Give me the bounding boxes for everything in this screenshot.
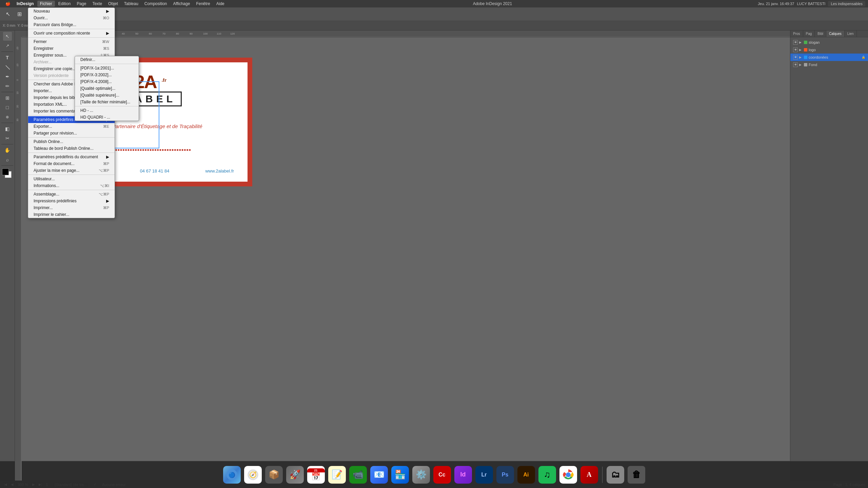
fichier-menu-item[interactable]: Fichier bbox=[37, 1, 55, 7]
menu-informations[interactable]: Informations... ⌥⌘I bbox=[28, 182, 115, 189]
menu-enregistrer-sous[interactable]: Enregistrer sous... ⇧⌘S bbox=[28, 52, 115, 59]
menu-utilisateur[interactable]: Utilisateur... bbox=[28, 176, 115, 182]
menu-enregistrer-copie[interactable]: Enregistrer une copie... ⌥⌘S bbox=[28, 65, 115, 72]
layer-coordonnees[interactable]: 👁 ▶ coordonées 🔒 bbox=[790, 54, 868, 61]
dock-launchpad[interactable]: 🚀 bbox=[285, 465, 304, 484]
toolbar-btn-1[interactable]: ↖ bbox=[3, 9, 13, 19]
tableau-menu-item[interactable]: Tableau bbox=[121, 1, 141, 7]
dock-syspref[interactable]: ⚙️ bbox=[412, 465, 431, 484]
dock-calendar[interactable]: 21 📅 bbox=[307, 465, 326, 484]
dock-facetime[interactable]: 📹 bbox=[349, 465, 368, 484]
layer-coordonnees-visibility[interactable]: 👁 bbox=[793, 55, 798, 60]
menu-assemblage[interactable]: Assemblage... ⌥⌘P bbox=[28, 191, 115, 198]
dock-trash[interactable]: 🗑 bbox=[627, 465, 646, 484]
layer-fond[interactable]: 👁 ▶ Fond bbox=[790, 61, 868, 68]
menu-importer-biblio[interactable]: Importer depuis les bibliothèques CC... bbox=[28, 94, 115, 101]
dock-chrome[interactable] bbox=[559, 465, 578, 484]
search-menu[interactable]: Les indispensables bbox=[828, 1, 865, 6]
affichage-menu-item[interactable]: Affichage bbox=[171, 1, 193, 7]
layer-slogan[interactable]: 👁 ▶ slogan bbox=[790, 39, 868, 46]
aide-menu-item[interactable]: Aide bbox=[214, 1, 227, 7]
edition-menu-item[interactable]: Edition bbox=[56, 1, 74, 7]
toolbar-btn-2[interactable]: ⊞ bbox=[14, 9, 24, 19]
line-tool[interactable]: | bbox=[1, 61, 14, 74]
menu-ouvrir[interactable]: Ouvrir... ⌘O bbox=[28, 15, 115, 21]
objet-menu-item[interactable]: Objet bbox=[105, 1, 121, 7]
layer-logo-visibility[interactable]: 👁 bbox=[793, 47, 798, 52]
menu-enregistrer[interactable]: Enregistrer ⌘S bbox=[28, 45, 115, 52]
dock-migration[interactable]: 📦 bbox=[264, 465, 283, 484]
page-menu-item[interactable]: Page bbox=[74, 1, 89, 7]
menu-chercher-stock[interactable]: Chercher dans Adobe Stock... bbox=[28, 81, 115, 87]
dock-mail[interactable]: 📧 bbox=[370, 465, 389, 484]
menu-exporter[interactable]: Exporter... ⌘E bbox=[28, 123, 115, 130]
app-name-menu[interactable]: InDesign bbox=[14, 1, 37, 7]
layer-slogan-visibility[interactable]: 👁 bbox=[793, 40, 798, 45]
dock-finder2[interactable]: 🗂 bbox=[606, 465, 625, 484]
menu-parametres-pdf[interactable]: Paramètres prédéfinis Adobe PDF ▶ bbox=[28, 116, 115, 123]
composition-menu-item[interactable]: Composition bbox=[142, 1, 170, 7]
dock-indesign[interactable]: Id bbox=[454, 465, 473, 484]
scissors-tool[interactable]: ✂ bbox=[3, 134, 12, 143]
layer-fond-expand[interactable]: ▶ bbox=[799, 63, 803, 66]
menu-ouvrir-shortcut: ⌘O bbox=[103, 16, 110, 20]
select-tool[interactable]: ↖ bbox=[3, 32, 12, 41]
layer-coordonnees-expand[interactable]: ▶ bbox=[799, 56, 803, 59]
svg-text:20: 20 bbox=[16, 105, 19, 108]
dock-illustrator[interactable]: Ai bbox=[517, 465, 536, 484]
gap-tool[interactable]: ⊕ bbox=[3, 113, 12, 121]
menu-impressions[interactable]: Impressions prédéfinies ▶ bbox=[28, 198, 115, 204]
menu-parametres-doc[interactable]: Paramètres prédéfinis du document ▶ bbox=[28, 154, 115, 160]
menu-partager[interactable]: Partager pour révision... bbox=[28, 130, 115, 137]
hand-tool[interactable]: ✋ bbox=[3, 146, 12, 155]
clock: Jeu. 21 janv. 16:49:37 bbox=[758, 2, 794, 6]
apple-menu[interactable]: 🍎 bbox=[3, 1, 13, 7]
menu-importer[interactable]: Importer... ⌘D bbox=[28, 87, 115, 94]
layer-logo[interactable]: 👁 ▶ logo bbox=[790, 46, 868, 54]
zoom-tool[interactable]: ⌕ bbox=[3, 155, 12, 164]
dock-spotify[interactable]: ♫ bbox=[538, 465, 557, 484]
layer-logo-expand[interactable]: ▶ bbox=[799, 48, 803, 52]
menu-tableau-bord[interactable]: Tableau de bord Publish Online... bbox=[28, 145, 115, 152]
pencil-tool[interactable]: ✏ bbox=[3, 82, 12, 90]
texte-menu-item[interactable]: Texte bbox=[90, 1, 105, 7]
menu-importer-pdf[interactable]: Importer les commentaires PDF... bbox=[28, 108, 115, 115]
tab-bibl[interactable]: Bibl bbox=[815, 30, 826, 37]
rect-tool[interactable]: □ bbox=[3, 103, 12, 112]
svg-text:120: 120 bbox=[230, 32, 235, 35]
menu-fermer[interactable]: Fermer ⌘W bbox=[28, 38, 115, 45]
menu-imprimer-cahier[interactable]: Imprimer le cahier... bbox=[28, 211, 115, 218]
tab-calques[interactable]: Calques bbox=[826, 30, 845, 37]
fichier-dropdown[interactable]: Nouveau ▶ Ouvrir... ⌘O Parcourir dans Br… bbox=[28, 7, 115, 218]
dock-finder[interactable]: 🔵 bbox=[222, 465, 241, 484]
direct-select-tool[interactable]: ↗ bbox=[3, 41, 12, 50]
dock-lightroom[interactable]: Lr bbox=[475, 465, 494, 484]
dock-creative-cloud[interactable]: Cc bbox=[433, 465, 452, 484]
menu-ajuster[interactable]: Ajuster la mise en page... ⌥⌘P bbox=[28, 167, 115, 174]
layer-fond-visibility[interactable]: 👁 bbox=[793, 62, 798, 67]
tab-pag[interactable]: Pag bbox=[803, 30, 815, 37]
layer-slogan-name: slogan bbox=[809, 40, 865, 44]
rect-frame-tool[interactable]: ⊞ bbox=[3, 94, 12, 102]
dock-appstore[interactable]: 🏪 bbox=[391, 465, 410, 484]
fg-color-swatch[interactable] bbox=[2, 168, 9, 175]
color-swatches[interactable] bbox=[2, 168, 13, 179]
canvas-area[interactable]: -30 -20 -10 0 10 20 30 40 50 60 70 80 90… bbox=[15, 30, 790, 481]
menu-bridge[interactable]: Parcourir dans Bridge... bbox=[28, 21, 115, 28]
menu-importation-xml[interactable]: Importation XML... bbox=[28, 101, 115, 108]
menu-imprimer[interactable]: Imprimer... ⌘P bbox=[28, 204, 115, 211]
dock-notes[interactable]: 📝 bbox=[328, 465, 347, 484]
menu-recente[interactable]: Ouvrir une composition récente ▶ bbox=[28, 30, 115, 37]
fenetre-menu-item[interactable]: Fenêtre bbox=[193, 1, 213, 7]
tab-lien[interactable]: Lien bbox=[845, 30, 857, 37]
dock-photoshop[interactable]: Ps bbox=[496, 465, 515, 484]
menu-publish-online[interactable]: Publish Online... bbox=[28, 138, 115, 145]
dock-acrobat[interactable]: A bbox=[580, 465, 599, 484]
tab-pros[interactable]: Pros bbox=[790, 30, 803, 37]
menu-nouveau[interactable]: Nouveau ▶ bbox=[28, 8, 115, 15]
dock-safari[interactable]: 🧭 bbox=[243, 465, 262, 484]
layer-slogan-expand[interactable]: ▶ bbox=[799, 41, 803, 44]
menu-format-doc[interactable]: Format de document... ⌘P bbox=[28, 160, 115, 167]
gradient-tool[interactable]: ◧ bbox=[3, 124, 12, 133]
pen-tool[interactable]: ✒ bbox=[3, 72, 12, 81]
